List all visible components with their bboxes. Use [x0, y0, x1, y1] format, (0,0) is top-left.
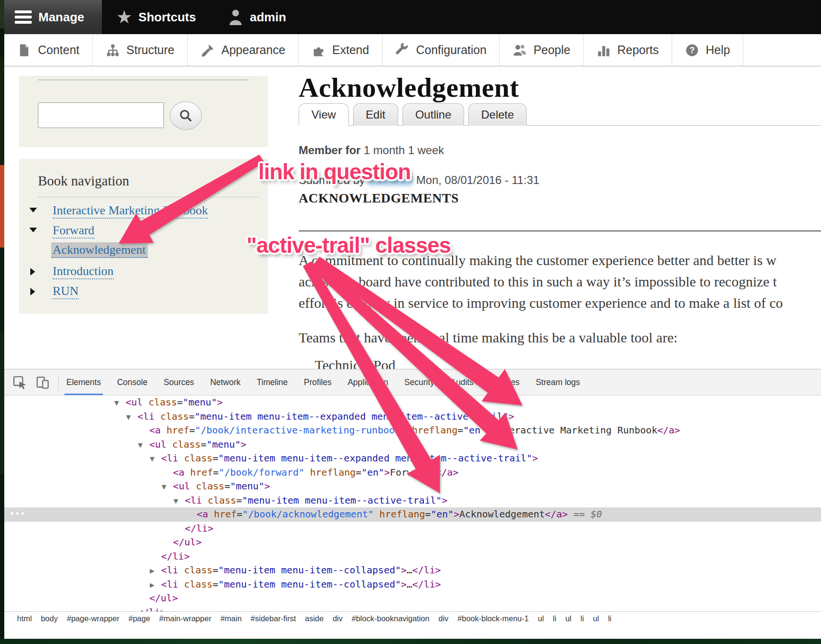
devtools-panel: ElementsConsoleSourcesNetworkTimelinePro… — [4, 369, 821, 625]
crumb-book-block-menu-1[interactable]: #book-block-menu-1 — [457, 614, 529, 623]
crumb-page-wrapper[interactable]: #page-wrapper — [67, 614, 119, 623]
search-input[interactable] — [38, 102, 164, 128]
question-icon: ? — [685, 43, 699, 57]
menu-item-structure[interactable]: Structure — [93, 34, 188, 66]
twisty-expanded-icon[interactable]: ▼ — [114, 396, 126, 410]
tree-row[interactable]: <a href="/book/forward" hreflang="en">Fo… — [4, 466, 821, 480]
devtools-tab-elements[interactable]: Elements — [66, 370, 101, 395]
node-tabs: View Edit Outline Delete — [299, 103, 527, 126]
link-introduction[interactable]: Introduction — [53, 264, 114, 279]
book-navigation-divider — [38, 197, 258, 197]
tab-outline[interactable]: Outline — [402, 103, 464, 126]
toolbar-item-manage[interactable]: Manage — [4, 0, 102, 34]
tree-row[interactable]: ▼<li class="menu-item menu-item--active-… — [4, 494, 821, 508]
tree-row[interactable]: </li> — [4, 522, 821, 536]
menu-label-people: People — [533, 43, 570, 57]
twisty-expanded-icon[interactable]: ▼ — [126, 410, 137, 424]
puzzle-icon — [311, 43, 326, 57]
toolbar-item-admin-user[interactable]: admin — [220, 0, 294, 34]
tree-row[interactable]: </ul> — [4, 535, 821, 550]
twisty-expanded-icon[interactable]: ▼ — [150, 452, 161, 466]
link-run[interactable]: RUN — [53, 284, 79, 299]
paragraph-line: effort is entirely in service to improvi… — [299, 295, 783, 311]
selected-tree-row[interactable]: •••<a href="/book/acknowledgement" hrefl… — [4, 507, 821, 522]
tree-row[interactable]: ▶<li class="menu-item menu-item--collaps… — [4, 563, 821, 578]
toolbar-separator — [58, 375, 59, 390]
devtools-tab-sources[interactable]: Sources — [164, 370, 194, 395]
device-toolbar-icon[interactable] — [36, 376, 50, 390]
expanded-icon[interactable] — [29, 208, 37, 212]
crumb-main-wrapper[interactable]: #main-wrapper — [159, 614, 211, 623]
crumb-aside[interactable]: aside — [305, 614, 323, 623]
tree-row[interactable]: ▼<li class="menu-item menu-item--expande… — [4, 451, 821, 466]
devtools-tab-timeline[interactable]: Timeline — [257, 370, 288, 395]
tab-delete[interactable]: Delete — [468, 103, 527, 126]
menu-item-people[interactable]: People — [500, 34, 584, 66]
devtools-tab-stream-logs[interactable]: Stream logs — [536, 370, 580, 395]
tree-row[interactable]: </li> — [4, 606, 821, 612]
crumb-li[interactable]: li — [581, 614, 584, 623]
twisty-collapsed-icon[interactable]: ▶ — [150, 564, 161, 578]
crumb-sidebar-first[interactable]: #sidebar-first — [251, 614, 296, 623]
twisty-expanded-icon[interactable]: ▼ — [173, 494, 185, 508]
menu-item-extend[interactable]: Extend — [299, 34, 383, 66]
redacted-username — [369, 176, 412, 185]
twisty-collapsed-icon[interactable]: ▶ — [150, 578, 161, 592]
submitted-date: Mon, 08/01/2016 - 11:31 — [416, 174, 539, 186]
menu-item-configuration[interactable]: Configuration — [383, 34, 500, 66]
more-actions-icon[interactable]: ••• — [10, 507, 26, 522]
toolbar-item-shortcuts[interactable]: ★ Shortcuts — [109, 0, 203, 34]
menu-item-appearance[interactable]: Appearance — [188, 34, 299, 66]
tree-row[interactable]: ▼<ul class="menu"> — [4, 438, 821, 452]
twisty-expanded-icon[interactable]: ▼ — [138, 438, 149, 452]
tree-row[interactable]: ▼<ul class="menu"> — [4, 396, 821, 410]
content-divider — [299, 230, 821, 231]
menu-item-help[interactable]: ? Help — [672, 34, 743, 66]
expanded-icon[interactable] — [29, 228, 37, 232]
tree-row[interactable]: ▶<li class="menu-item menu-item--collaps… — [4, 578, 821, 592]
tab-edit[interactable]: Edit — [353, 103, 398, 126]
menu-item-content[interactable]: Content — [4, 34, 93, 66]
twisty-expanded-icon[interactable]: ▼ — [162, 480, 173, 494]
shortcuts-label: Shortcuts — [138, 10, 196, 25]
booknav-item-runbook: Interactive Marketing Runbook — [53, 203, 208, 218]
search-button[interactable] — [170, 101, 202, 130]
crumb-li[interactable]: li — [608, 614, 611, 623]
menu-label-configuration: Configuration — [416, 43, 487, 57]
crumb-block-booknavigation[interactable]: #block-booknavigation — [352, 614, 429, 623]
devtools-tab-console[interactable]: Console — [117, 370, 147, 395]
link-interactive-marketing-runbook[interactable]: Interactive Marketing Runbook — [53, 203, 208, 219]
devtools-tab-security[interactable]: Security — [404, 370, 434, 395]
menu-item-reports[interactable]: Reports — [584, 34, 672, 66]
tree-row[interactable]: <a href="/book/interactive-marketing-run… — [4, 423, 821, 438]
tree-row[interactable]: </ul> — [4, 591, 821, 606]
collapsed-icon[interactable] — [30, 268, 35, 276]
tab-view[interactable]: View — [299, 103, 349, 126]
devtools-tab-profiles[interactable]: Profiles — [304, 370, 331, 395]
devtools-tab-cookies[interactable]: Cookies — [490, 370, 520, 395]
inspect-element-icon[interactable] — [13, 376, 27, 390]
crumb-div[interactable]: div — [438, 614, 448, 623]
paragraph-line: across the board have contributed to thi… — [299, 274, 777, 290]
crumb-ul[interactable]: ul — [538, 614, 544, 623]
devtools-tab-application[interactable]: Application — [347, 370, 388, 395]
devtools-tab-audits[interactable]: Audits — [450, 370, 474, 395]
crumb-html[interactable]: html — [17, 614, 32, 623]
crumb-ul[interactable]: ul — [566, 614, 572, 623]
tree-row[interactable]: ▼<ul class="menu"> — [4, 479, 821, 494]
link-forward[interactable]: Forward — [53, 223, 94, 239]
crumb-page[interactable]: #page — [128, 614, 150, 623]
svg-text:?: ? — [689, 46, 694, 55]
collapsed-icon[interactable] — [30, 288, 35, 295]
tree-row[interactable]: </li> — [4, 550, 821, 564]
crumb-div[interactable]: div — [333, 614, 343, 623]
crumb-main[interactable]: #main — [220, 614, 242, 623]
crumb-ul[interactable]: ul — [593, 614, 599, 623]
crumb-li[interactable]: li — [553, 614, 556, 623]
crumb-body[interactable]: body — [41, 614, 58, 623]
tree-row[interactable]: ▼<li class="menu-item menu-item--expande… — [4, 410, 821, 424]
link-acknowledgement[interactable]: Acknowledgement — [51, 242, 148, 258]
devtools-tab-network[interactable]: Network — [210, 370, 240, 395]
paragraph-line: A commitment to continually making the c… — [299, 252, 776, 268]
menu-label-reports: Reports — [617, 43, 659, 57]
